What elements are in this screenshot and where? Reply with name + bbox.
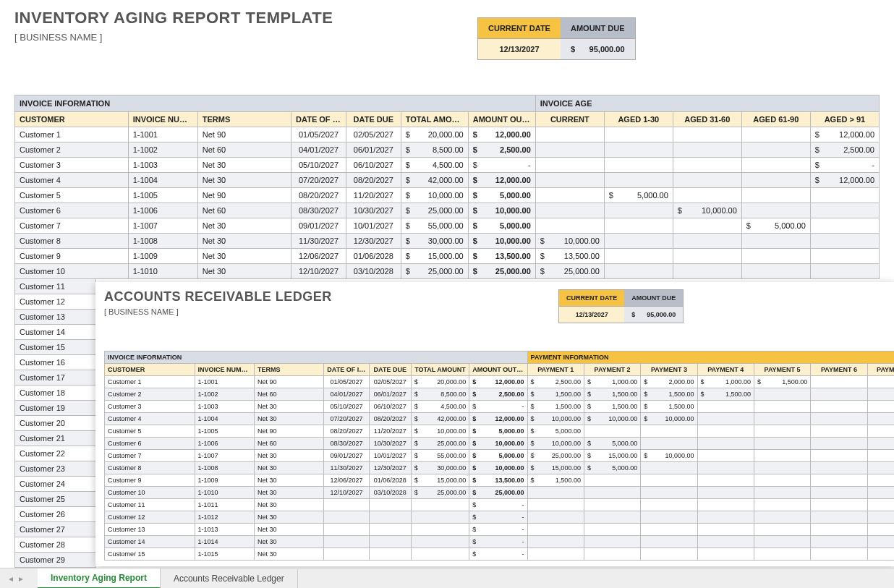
- table-row[interactable]: Customer 11-1001Net 9001/05/202702/05/20…: [105, 376, 895, 388]
- table-row[interactable]: Customer 41-1004Net 3007/20/202708/20/20…: [15, 173, 880, 188]
- col2-payment-2[interactable]: PAYMENT 2: [584, 364, 640, 376]
- current-date-value: 12/13/2027: [478, 39, 561, 59]
- amount-due-label-2: AMOUNT DUE: [624, 290, 683, 307]
- payment-info-header: PAYMENT INFORMATION: [527, 351, 894, 364]
- column-header-row: CUSTOMER INVOICE NUMBER TERMS DATE OF IN…: [15, 112, 880, 127]
- table-row[interactable]: Customer 21-1002Net 6004/01/202706/01/20…: [15, 142, 880, 158]
- table-row[interactable]: Customer 25: [15, 492, 96, 507]
- table-row[interactable]: Customer 51-1005Net 9008/20/202711/20/20…: [15, 188, 880, 203]
- col-terms[interactable]: TERMS: [197, 112, 291, 127]
- stub-customer-column: Customer 11Customer 12Customer 13Custome…: [14, 278, 96, 568]
- table-row[interactable]: Customer 121-1012Net 30$-: [105, 511, 895, 524]
- table-row[interactable]: Customer 71-1007Net 3009/01/202710/01/20…: [105, 450, 895, 462]
- table-row[interactable]: Customer 101-1010Net 3012/10/202703/10/2…: [105, 487, 895, 499]
- table-row[interactable]: Customer 13: [15, 310, 96, 325]
- table-row[interactable]: Customer 91-1009Net 3012/06/202701/06/20…: [15, 249, 880, 264]
- table-row[interactable]: Customer 91-1009Net 3012/06/202701/06/20…: [105, 474, 895, 487]
- table-row[interactable]: Customer 151-1015Net 30$-: [105, 548, 895, 561]
- table-row[interactable]: Customer 24: [15, 477, 96, 492]
- page-title-2: ACCOUNTS RECEIVABLE LEDGER: [104, 289, 894, 304]
- table-row[interactable]: Customer 61-1006Net 6008/30/202710/30/20…: [105, 438, 895, 450]
- col2-amount-outstanding[interactable]: AMOUNT OUTSTANDING: [469, 364, 527, 376]
- invoice-info-header-2: INVOICE INFORMATION: [105, 351, 528, 364]
- table-row[interactable]: Customer 31-1003Net 3005/10/202706/10/20…: [15, 158, 880, 173]
- col2-payment-6[interactable]: PAYMENT 6: [811, 364, 867, 376]
- table-row[interactable]: Customer 131-1013Net 30$-: [105, 524, 895, 536]
- col2-payment-5[interactable]: PAYMENT 5: [754, 364, 810, 376]
- table-row[interactable]: Customer 21: [15, 431, 96, 446]
- summary-box-2: CURRENT DATE 12/13/2027 AMOUNT DUE $95,0…: [558, 289, 684, 323]
- table-row[interactable]: Customer 81-1008Net 3011/30/202712/30/20…: [15, 234, 880, 249]
- col2-terms[interactable]: TERMS: [254, 364, 323, 376]
- table-row[interactable]: Customer 27: [15, 522, 96, 537]
- col2-date-due[interactable]: DATE DUE: [369, 364, 411, 376]
- section-header-row-2: INVOICE INFORMATION PAYMENT INFORMATION: [105, 351, 895, 364]
- table-row[interactable]: Customer 71-1007Net 3009/01/202710/01/20…: [15, 218, 880, 234]
- col-aged-1-30[interactable]: AGED 1-30: [604, 112, 673, 127]
- current-date-label-2: CURRENT DATE: [559, 290, 624, 307]
- table-row[interactable]: Customer 12: [15, 294, 96, 310]
- col-customer[interactable]: CUSTOMER: [15, 112, 129, 127]
- table-row[interactable]: Customer 14: [15, 325, 96, 340]
- col-current[interactable]: CURRENT: [535, 112, 604, 127]
- col2-date-of-invoice[interactable]: DATE OF INVOICE: [324, 364, 369, 376]
- col2-customer[interactable]: CUSTOMER: [105, 364, 195, 376]
- col-amount-outstanding[interactable]: AMOUNT OUTSTANDING: [468, 112, 535, 127]
- col2-invoice-number[interactable]: INVOICE NUMBER: [195, 364, 254, 376]
- col2-total-amount[interactable]: TOTAL AMOUNT: [411, 364, 469, 376]
- business-name: [ BUSINESS NAME ]: [14, 32, 880, 43]
- col-invoice-number[interactable]: INVOICE NUMBER: [128, 112, 197, 127]
- invoice-age-header: INVOICE AGE: [535, 95, 879, 112]
- table-row[interactable]: Customer 11-1001Net 9001/05/202702/05/20…: [15, 127, 880, 142]
- summary-box: CURRENT DATE 12/13/2027 AMOUNT DUE $95,0…: [477, 17, 636, 60]
- business-name-2: [ BUSINESS NAME ]: [104, 307, 894, 316]
- table-row[interactable]: Customer 23: [15, 461, 96, 477]
- amount-due-label: AMOUNT DUE: [561, 18, 635, 39]
- col2-payment-1[interactable]: PAYMENT 1: [527, 364, 584, 376]
- col-date-of-invoice[interactable]: DATE OF INVOICE: [291, 112, 346, 127]
- col-date-due[interactable]: DATE DUE: [346, 112, 401, 127]
- table-row[interactable]: Customer 20: [15, 416, 96, 431]
- aging-table: INVOICE INFORMATION INVOICE AGE CUSTOMER…: [14, 95, 880, 279]
- table-row[interactable]: Customer 101-1010Net 3012/10/202703/10/2…: [15, 264, 880, 279]
- table-row[interactable]: Customer 51-1005Net 9008/20/202711/20/20…: [105, 425, 895, 438]
- table-row[interactable]: Customer 31-1003Net 3005/10/202706/10/20…: [105, 401, 895, 413]
- col-aged-31-60[interactable]: AGED 31-60: [673, 112, 741, 127]
- table-row[interactable]: Customer 22: [15, 446, 96, 461]
- sheet-tab-bar: ◂ ▸ Inventory Aging Report Accounts Rece…: [0, 568, 894, 588]
- table-row[interactable]: Customer 18: [15, 385, 96, 401]
- current-date-value-2: 12/13/2027: [559, 307, 624, 323]
- table-row[interactable]: Customer 26: [15, 507, 96, 522]
- table-row[interactable]: Customer 21-1002Net 6004/01/202706/01/20…: [105, 388, 895, 401]
- col-total-amount[interactable]: TOTAL AMOUNT: [401, 112, 468, 127]
- tab-inventory-aging[interactable]: Inventory Aging Report: [38, 568, 161, 589]
- table-row[interactable]: Customer 29: [15, 553, 96, 568]
- col2-payment-7[interactable]: PAYM: [867, 364, 894, 376]
- table-row[interactable]: Customer 11: [15, 279, 96, 294]
- table-row[interactable]: Customer 28: [15, 537, 96, 553]
- table-row[interactable]: Customer 15: [15, 340, 96, 355]
- amount-due-value: $95,000.00: [561, 39, 635, 59]
- table-row[interactable]: Customer 61-1006Net 6008/30/202710/30/20…: [15, 203, 880, 218]
- section-header-row: INVOICE INFORMATION INVOICE AGE: [15, 95, 880, 112]
- col2-payment-3[interactable]: PAYMENT 3: [641, 364, 697, 376]
- table-row[interactable]: Customer 19: [15, 401, 96, 416]
- table-row[interactable]: Customer 16: [15, 355, 96, 370]
- current-date-label: CURRENT DATE: [478, 18, 561, 39]
- table-row[interactable]: Customer 111-1011Net 30$-: [105, 499, 895, 511]
- table-row[interactable]: Customer 17: [15, 370, 96, 385]
- tab-accounts-receivable[interactable]: Accounts Receivable Ledger: [161, 569, 298, 588]
- col-aged-61-90[interactable]: AGED 61-90: [741, 112, 810, 127]
- col-aged-gt-91[interactable]: AGED > 91: [810, 112, 879, 127]
- nav-prev-icon[interactable]: ◂: [6, 574, 16, 584]
- col2-payment-4[interactable]: PAYMENT 4: [697, 364, 754, 376]
- amount-due-value-2: $95,000.00: [624, 307, 683, 323]
- receivable-ledger-sheet: ACCOUNTS RECEIVABLE LEDGER [ BUSINESS NA…: [95, 282, 894, 566]
- table-row[interactable]: Customer 41-1004Net 3007/20/202708/20/20…: [105, 413, 895, 425]
- table-row[interactable]: Customer 141-1014Net 30$-: [105, 536, 895, 548]
- nav-next-icon[interactable]: ▸: [16, 574, 26, 584]
- invoice-info-header: INVOICE INFORMATION: [15, 95, 536, 112]
- ledger-table: INVOICE INFORMATION PAYMENT INFORMATION …: [104, 351, 894, 561]
- column-header-row-2: CUSTOMER INVOICE NUMBER TERMS DATE OF IN…: [105, 364, 895, 376]
- table-row[interactable]: Customer 81-1008Net 3011/30/202712/30/20…: [105, 462, 895, 474]
